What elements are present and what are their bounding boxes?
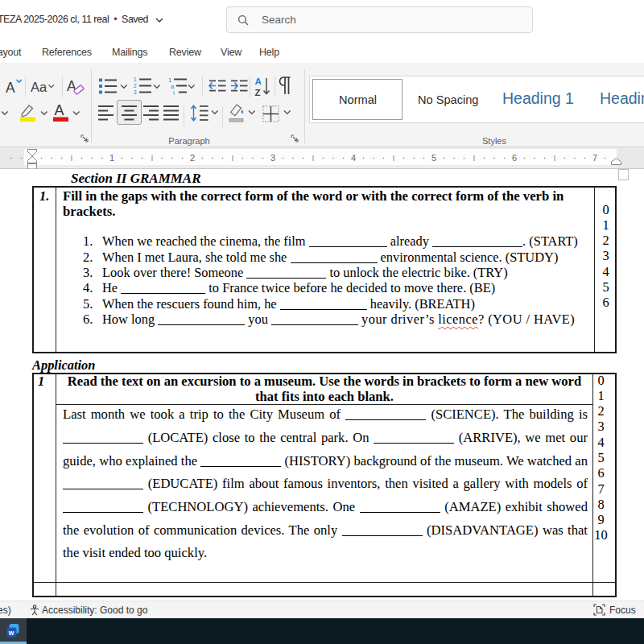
svg-text:w: w: [8, 629, 14, 637]
svg-text:A: A: [255, 76, 262, 86]
svg-text:2: 2: [134, 83, 137, 89]
svg-text:Aa: Aa: [31, 80, 47, 94]
svg-text:7: 7: [592, 153, 597, 163]
svg-text:3: 3: [270, 153, 275, 163]
svg-text:3: 3: [134, 89, 137, 95]
svg-text:A: A: [6, 80, 15, 96]
svg-text:6: 6: [512, 153, 517, 163]
svg-text:1: 1: [134, 76, 137, 82]
svg-text:A: A: [55, 102, 64, 118]
svg-text:4: 4: [351, 153, 356, 163]
svg-text:1: 1: [109, 153, 114, 163]
svg-text:2: 2: [190, 153, 195, 163]
svg-text:Z: Z: [255, 88, 261, 97]
svg-text:i: i: [173, 89, 175, 97]
svg-text:5: 5: [431, 153, 436, 163]
